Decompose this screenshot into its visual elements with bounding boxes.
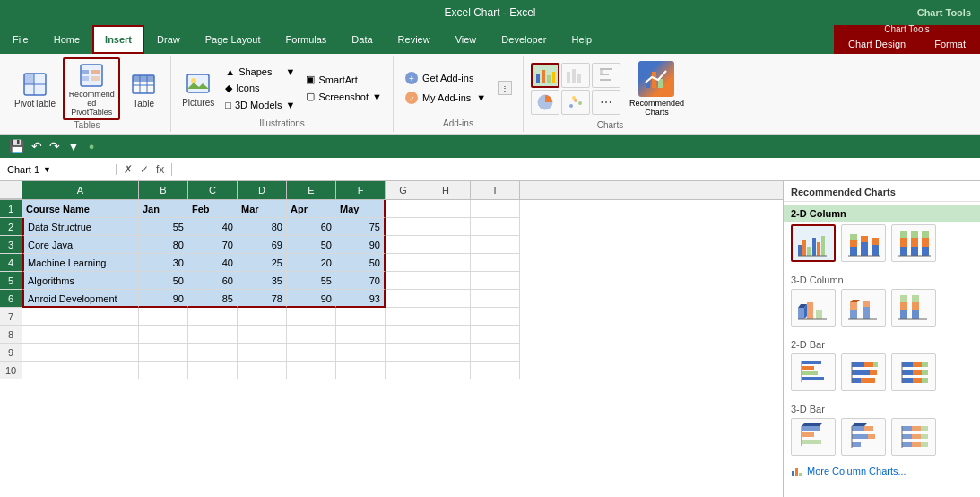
- cell-d6[interactable]: 78: [238, 290, 287, 308]
- redo-button[interactable]: ↷: [48, 139, 62, 153]
- tab-chart-design[interactable]: Chart Design: [834, 34, 920, 54]
- cell-a1[interactable]: Course Name: [22, 200, 139, 218]
- cell-a2[interactable]: Data Structrue: [22, 218, 139, 236]
- tab-home[interactable]: Home: [41, 25, 92, 54]
- col-header-f[interactable]: F: [336, 181, 386, 199]
- pie-chart-button[interactable]: [531, 90, 559, 115]
- cell-e4[interactable]: 20: [287, 254, 336, 272]
- 3d-clustered-col-button[interactable]: [791, 289, 836, 327]
- clustered-bar-button[interactable]: [791, 353, 836, 391]
- cell-h1[interactable]: [421, 200, 471, 218]
- cell-a5[interactable]: Algorithms: [22, 272, 139, 290]
- cell-a6[interactable]: Anroid Development: [22, 290, 139, 308]
- tab-formulas[interactable]: Formulas: [273, 25, 340, 54]
- cell-i4[interactable]: [471, 254, 520, 272]
- cell-i2[interactable]: [471, 218, 520, 236]
- column-chart-button[interactable]: [531, 63, 559, 88]
- smartart-button[interactable]: ▣ SmartArt: [302, 72, 386, 87]
- cell-b2[interactable]: 55: [139, 218, 188, 236]
- col-header-c[interactable]: C: [188, 181, 238, 199]
- cell-f5[interactable]: 70: [336, 272, 386, 290]
- cell-f1[interactable]: May: [336, 200, 386, 218]
- cell-c5[interactable]: 60: [188, 272, 238, 290]
- 100pct-column-chart-button[interactable]: [891, 224, 936, 262]
- cell-b6[interactable]: 90: [139, 290, 188, 308]
- cell-h4[interactable]: [421, 254, 471, 272]
- tab-page-layout[interactable]: Page Layout: [193, 25, 273, 54]
- tab-developer[interactable]: Developer: [489, 25, 559, 54]
- cell-b5[interactable]: 50: [139, 272, 188, 290]
- cell-b1[interactable]: Jan: [139, 200, 188, 218]
- tab-file[interactable]: File: [0, 25, 41, 54]
- clustered-column-chart-button[interactable]: [791, 224, 836, 262]
- cell-c2[interactable]: 40: [188, 218, 238, 236]
- col-header-i[interactable]: I: [471, 181, 520, 199]
- cell-d3[interactable]: 69: [238, 236, 287, 254]
- 3d-stacked-bar-button[interactable]: [841, 418, 886, 456]
- screenshot-button[interactable]: ▢ Screenshot ▼: [302, 89, 386, 104]
- tab-draw[interactable]: Draw: [144, 25, 193, 54]
- my-addins-button[interactable]: ✓ My Add-ins ▼: [401, 89, 490, 107]
- 3d-stacked-col-button[interactable]: [841, 289, 886, 327]
- cell-b3[interactable]: 80: [139, 236, 188, 254]
- table-button[interactable]: Table: [124, 68, 163, 110]
- cell-e1[interactable]: Apr: [287, 200, 336, 218]
- cell-g4[interactable]: [386, 254, 421, 272]
- 3d-models-button[interactable]: □ 3D Models ▼: [221, 98, 299, 112]
- cell-h6[interactable]: [421, 290, 471, 308]
- cell-f2[interactable]: 75: [336, 218, 386, 236]
- save-button[interactable]: 💾: [7, 139, 26, 153]
- 3d-clustered-bar-button[interactable]: [791, 418, 836, 456]
- cell-reference-box[interactable]: Chart 1 ▼: [0, 164, 117, 175]
- tab-review[interactable]: Review: [386, 25, 443, 54]
- cell-c6[interactable]: 85: [188, 290, 238, 308]
- cell-g2[interactable]: [386, 218, 421, 236]
- scatter-chart-button[interactable]: [561, 90, 590, 115]
- col-header-a[interactable]: A: [22, 181, 139, 199]
- insert-function-button[interactable]: fx: [154, 163, 166, 176]
- cell-d1[interactable]: Mar: [238, 200, 287, 218]
- cell-h3[interactable]: [421, 236, 471, 254]
- cell-e2[interactable]: 60: [287, 218, 336, 236]
- col-header-d[interactable]: D: [238, 181, 287, 199]
- stacked-bar-button[interactable]: [841, 353, 886, 391]
- tab-view[interactable]: View: [443, 25, 490, 54]
- icons-button[interactable]: ◆ Icons: [221, 81, 299, 96]
- cell-e6[interactable]: 90: [287, 290, 336, 308]
- formula-input[interactable]: [172, 164, 980, 175]
- get-addins-button[interactable]: + Get Add-ins: [401, 69, 490, 87]
- undo-button[interactable]: ↶: [30, 139, 44, 153]
- cell-f6[interactable]: 93: [336, 290, 386, 308]
- cell-d2[interactable]: 80: [238, 218, 287, 236]
- confirm-formula-button[interactable]: ✓: [138, 163, 151, 176]
- pictures-button[interactable]: Pictures: [178, 67, 218, 109]
- cell-g5[interactable]: [386, 272, 421, 290]
- cell-d4[interactable]: 25: [238, 254, 287, 272]
- pivot-table-button[interactable]: PivotTable: [11, 68, 59, 110]
- cell-e5[interactable]: 55: [287, 272, 336, 290]
- cell-f4[interactable]: 50: [336, 254, 386, 272]
- cell-a3[interactable]: Core Java: [22, 236, 139, 254]
- recommended-charts-button[interactable]: RecommendedCharts: [624, 57, 689, 120]
- shapes-button[interactable]: ▲ Shapes ▼: [221, 65, 299, 79]
- cell-c4[interactable]: 40: [188, 254, 238, 272]
- bar-chart-button[interactable]: [592, 63, 620, 88]
- line-chart-button[interactable]: [561, 63, 590, 88]
- cell-c1[interactable]: Feb: [188, 200, 238, 218]
- cancel-formula-button[interactable]: ✗: [122, 163, 134, 176]
- cell-b4[interactable]: 30: [139, 254, 188, 272]
- cell-g6[interactable]: [386, 290, 421, 308]
- tab-format[interactable]: Format: [920, 34, 980, 54]
- cell-e3[interactable]: 50: [287, 236, 336, 254]
- cell-h2[interactable]: [421, 218, 471, 236]
- customize-qa-button[interactable]: ▼: [65, 139, 82, 153]
- cell-h5[interactable]: [421, 272, 471, 290]
- cell-f3[interactable]: 90: [336, 236, 386, 254]
- 100pct-bar-button[interactable]: [891, 353, 936, 391]
- 3d-100pct-col-button[interactable]: [891, 289, 936, 327]
- tab-insert[interactable]: Insert: [92, 25, 144, 54]
- cell-g3[interactable]: [386, 236, 421, 254]
- col-header-b[interactable]: B: [139, 181, 188, 199]
- recommended-pivot-button[interactable]: RecommendedPivotTables: [63, 57, 120, 120]
- tab-help[interactable]: Help: [559, 25, 604, 54]
